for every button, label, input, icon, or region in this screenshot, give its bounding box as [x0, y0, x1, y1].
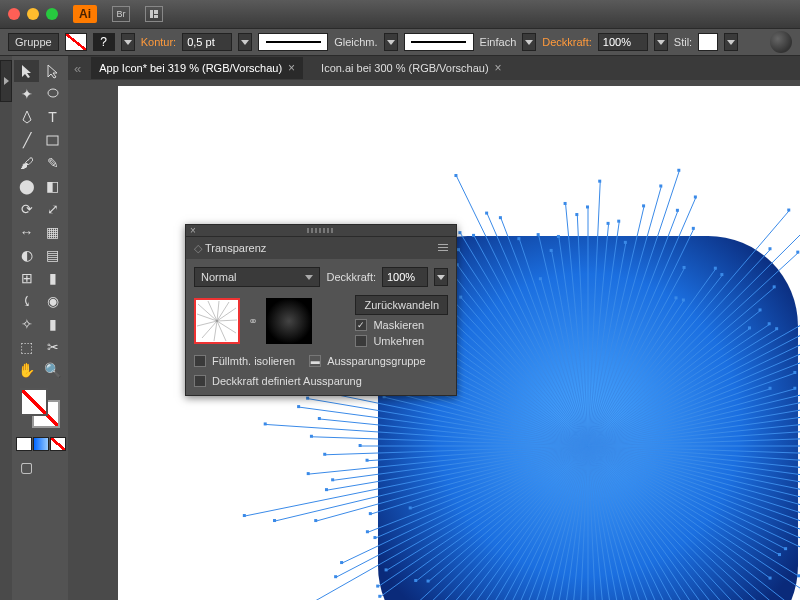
- opacity-input[interactable]: [598, 33, 648, 51]
- lasso-tool[interactable]: [40, 83, 65, 105]
- close-window-icon[interactable]: [8, 8, 20, 20]
- close-icon[interactable]: ×: [288, 61, 295, 75]
- svg-rect-295: [694, 195, 697, 198]
- stroke-weight-dropdown[interactable]: [238, 33, 252, 51]
- tab-icon-ai[interactable]: Icon.ai bei 300 % (RGB/Vorschau)×: [313, 57, 510, 79]
- link-mask-icon[interactable]: ⚭: [246, 311, 260, 331]
- svg-line-141: [588, 275, 722, 446]
- eyedropper-tool[interactable]: ⤹: [14, 290, 39, 312]
- clip-label: Maskieren: [373, 319, 424, 331]
- type-tool[interactable]: T: [40, 106, 65, 128]
- magic-wand-tool[interactable]: ✦: [14, 83, 39, 105]
- blob-brush-tool[interactable]: ⬤: [14, 175, 39, 197]
- screen-mode-button[interactable]: ▢: [14, 456, 39, 478]
- eraser-tool[interactable]: ◧: [40, 175, 65, 197]
- selection-tool[interactable]: [14, 60, 39, 82]
- scale-tool[interactable]: ⤢: [40, 198, 65, 220]
- pen-tool[interactable]: [14, 106, 39, 128]
- fill-swatch[interactable]: [65, 33, 87, 51]
- close-panel-icon[interactable]: ×: [190, 225, 196, 236]
- blend-tool[interactable]: ◉: [40, 290, 65, 312]
- tab-app-icon[interactable]: App Icon* bei 319 % (RGB/Vorschau)×: [91, 57, 303, 79]
- mask-thumb[interactable]: [266, 298, 312, 344]
- artboard-tool[interactable]: ⬚: [14, 336, 39, 358]
- close-icon[interactable]: ×: [495, 61, 502, 75]
- brush-definition[interactable]: [404, 33, 474, 51]
- minimize-window-icon[interactable]: [27, 8, 39, 20]
- color-mode-solid[interactable]: [16, 437, 32, 451]
- revert-mask-button[interactable]: Zurückwandeln: [355, 295, 448, 315]
- workspace: « App Icon* bei 319 % (RGB/Vorschau)× Ic…: [68, 56, 800, 600]
- pencil-tool[interactable]: ✎: [40, 152, 65, 174]
- isolate-checkbox[interactable]: [194, 355, 206, 367]
- stroke-weight-input[interactable]: [182, 33, 232, 51]
- tab-scroll-left-icon[interactable]: «: [74, 61, 81, 76]
- svg-line-130: [588, 243, 626, 446]
- collapse-tools-button[interactable]: [0, 60, 12, 102]
- arrange-docs-button[interactable]: [145, 6, 163, 22]
- clip-checkbox[interactable]: [355, 319, 367, 331]
- svg-line-119: [519, 239, 588, 446]
- color-mode-none[interactable]: [50, 437, 66, 451]
- paintbrush-tool[interactable]: 🖌: [14, 152, 39, 174]
- panel-drag-bar[interactable]: ×: [186, 225, 456, 237]
- color-mode-gradient[interactable]: [33, 437, 49, 451]
- svg-line-326: [198, 304, 217, 321]
- width-tool[interactable]: ↔: [14, 221, 39, 243]
- panel-opacity-dropdown[interactable]: [434, 268, 448, 286]
- stroke-help[interactable]: ?: [93, 33, 115, 51]
- zoom-tool[interactable]: 🔍: [40, 359, 65, 381]
- bridge-button[interactable]: Br: [112, 6, 130, 22]
- invert-checkbox[interactable]: [355, 335, 367, 347]
- style-dropdown[interactable]: [724, 33, 738, 51]
- zoom-window-icon[interactable]: [46, 8, 58, 20]
- svg-line-163: [588, 420, 800, 446]
- column-graph-tool[interactable]: ▮: [40, 313, 65, 335]
- svg-line-74: [375, 446, 588, 538]
- brush-dropdown[interactable]: [522, 33, 536, 51]
- knockout-checkbox[interactable]: ▬: [309, 355, 321, 367]
- blend-mode-select[interactable]: Normal: [194, 267, 320, 287]
- slice-tool[interactable]: ✂: [40, 336, 65, 358]
- gradient-tool[interactable]: ▮: [40, 267, 65, 289]
- svg-rect-308: [748, 326, 751, 329]
- opacity-defines-knockout-checkbox[interactable]: [194, 375, 206, 387]
- fill-color-icon[interactable]: [20, 388, 48, 416]
- free-transform-tool[interactable]: ▦: [40, 221, 65, 243]
- transparency-panel[interactable]: × ◇Transparenz Normal Deckkraft:: [185, 224, 457, 396]
- svg-line-47: [579, 446, 588, 600]
- stroke-profile-dropdown[interactable]: [384, 33, 398, 51]
- opacity-dropdown[interactable]: [654, 33, 668, 51]
- svg-line-26: [588, 446, 800, 600]
- svg-line-139: [588, 300, 684, 446]
- line-tool[interactable]: ╱: [14, 129, 39, 151]
- rectangle-tool[interactable]: [40, 129, 65, 151]
- svg-rect-245: [323, 453, 326, 456]
- sync-settings-icon[interactable]: [770, 31, 792, 53]
- svg-line-87: [312, 437, 588, 446]
- svg-line-45: [588, 446, 602, 600]
- svg-rect-278: [499, 216, 502, 219]
- svg-line-18: [588, 446, 800, 574]
- hand-tool[interactable]: ✋: [14, 359, 39, 381]
- mesh-tool[interactable]: ⊞: [14, 267, 39, 289]
- svg-line-53: [496, 446, 588, 600]
- svg-rect-294: [676, 209, 679, 212]
- window-controls: [8, 8, 58, 20]
- svg-line-15: [588, 446, 800, 519]
- fill-stroke-indicator[interactable]: [20, 388, 60, 428]
- symbol-sprayer-tool[interactable]: ✧: [14, 313, 39, 335]
- svg-line-110: [461, 298, 588, 446]
- stroke-profile-uniform[interactable]: [258, 33, 328, 51]
- panel-opacity-input[interactable]: [382, 267, 428, 287]
- perspective-grid-tool[interactable]: ▤: [40, 244, 65, 266]
- svg-line-155: [588, 361, 800, 446]
- shape-builder-tool[interactable]: ◐: [14, 244, 39, 266]
- svg-line-25: [588, 446, 800, 600]
- direct-selection-tool[interactable]: [40, 60, 65, 82]
- svg-rect-250: [297, 405, 300, 408]
- rotate-tool[interactable]: ⟳: [14, 198, 39, 220]
- graphic-style-swatch[interactable]: [698, 33, 718, 51]
- mask-source-thumb[interactable]: [194, 298, 240, 344]
- swatch-dropdown[interactable]: [121, 33, 135, 51]
